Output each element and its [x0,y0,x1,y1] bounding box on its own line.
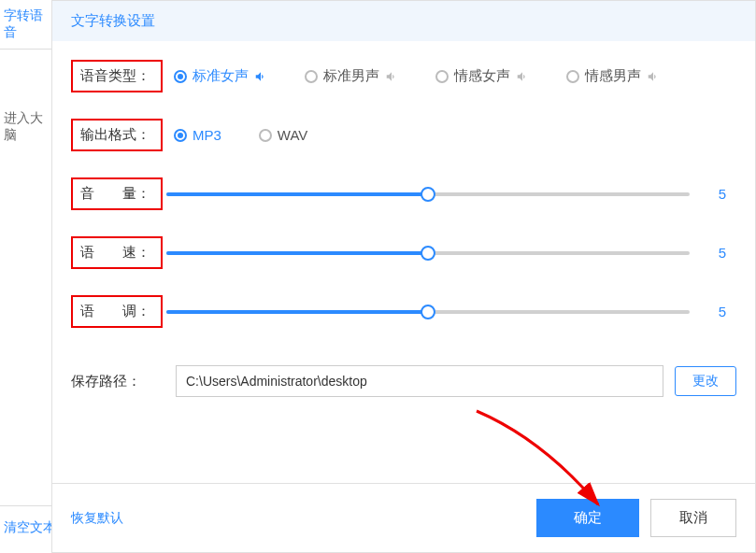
output-format-option-mp3[interactable]: MP3 [174,127,221,143]
speed-slider[interactable] [166,244,690,262]
radio-icon [305,70,318,83]
output-format-label: 输出格式： [71,119,163,151]
volume-slider[interactable] [166,185,690,204]
radio-label: 情感女声 [454,67,510,85]
output-format-option-wav[interactable]: WAV [259,127,308,143]
radio-label: 情感男声 [585,67,641,85]
radio-icon [174,70,187,83]
sound-icon [647,70,660,83]
sound-icon [254,70,267,83]
save-path-input[interactable] [176,365,663,397]
volume-label: 音 量： [71,177,163,210]
bg-text-hint: 进入大脑 [0,50,51,144]
radio-label: MP3 [193,127,221,143]
radio-label: WAV [278,127,308,143]
speed-value: 5 [708,245,736,261]
radio-icon [435,70,449,83]
radio-icon [566,70,579,83]
reset-defaults-link[interactable]: 恢复默认 [71,510,123,527]
radio-label: 标准男声 [323,67,379,85]
confirm-button[interactable]: 确定 [536,499,639,537]
pitch-label: 语 调： [71,295,163,328]
radio-label: 标准女声 [193,67,249,85]
voice-type-option-emotion-female[interactable]: 情感女声 [435,67,529,85]
voice-type-option-emotion-male[interactable]: 情感男声 [566,67,660,85]
voice-type-label: 语音类型： [71,60,163,92]
speed-label: 语 速： [71,236,163,269]
sound-icon [516,70,529,83]
pitch-slider[interactable] [166,303,690,321]
pitch-value: 5 [708,304,736,319]
save-path-label: 保存路径： [71,373,164,390]
change-path-button[interactable]: 更改 [675,366,736,396]
bg-clear-button[interactable]: 清空文本 [4,519,56,536]
volume-value: 5 [708,186,736,202]
sound-icon [385,70,398,83]
voice-type-option-standard-male[interactable]: 标准男声 [305,67,398,85]
panel-title: 文字转换设置 [52,1,755,41]
radio-icon [259,129,272,142]
voice-type-option-standard-female[interactable]: 标准女声 [174,67,267,85]
cancel-button[interactable]: 取消 [650,499,736,537]
settings-panel: 文字转换设置 语音类型： 标准女声 标准男声 情感女声 [51,0,756,553]
radio-icon [174,129,187,142]
bg-tab[interactable]: 字转语音 [0,0,51,50]
